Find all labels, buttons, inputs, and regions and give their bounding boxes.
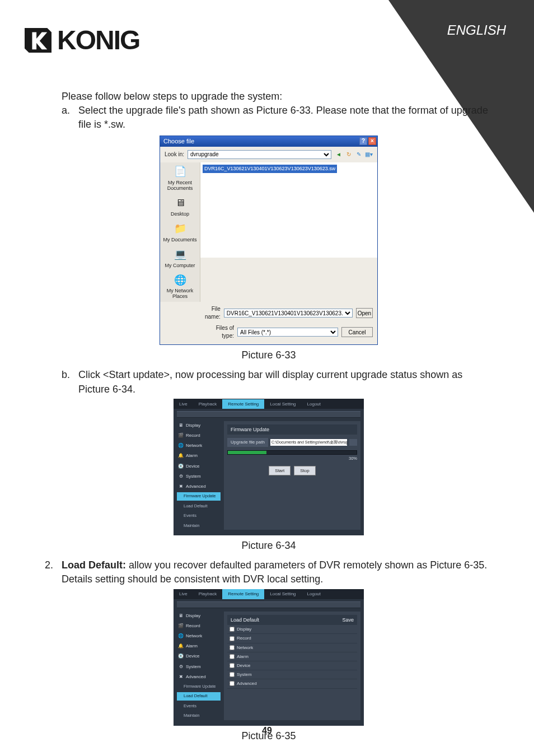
ld-option-device[interactable]: Device: [227, 661, 357, 670]
sidebar-item-alarm[interactable]: 🔔Alarm: [177, 451, 221, 460]
sidebar-sub-maintain-2[interactable]: Maintain: [177, 712, 221, 720]
tab-live-2[interactable]: Live: [174, 589, 193, 599]
tab-playback[interactable]: Playback: [193, 399, 222, 409]
load-default-paragraph: Load Default: allow you recover defaulte…: [62, 558, 493, 586]
open-button[interactable]: Open: [356, 308, 373, 318]
dvr-main-panel: Firmware Update Upgrade file path C:\Doc…: [224, 421, 360, 530]
sidebar-sub-loaddefault-2[interactable]: Load Default: [177, 692, 221, 701]
tab-logout-2[interactable]: Logout: [302, 589, 326, 599]
sidebar-item-device-2[interactable]: 💽Device: [177, 652, 221, 660]
dialog-titlebar: Choose file ? ×: [160, 136, 377, 147]
look-in-select[interactable]: dvrupgrade: [188, 150, 331, 159]
tab-remote-setting-2[interactable]: Remote Setting: [222, 589, 264, 599]
ld-option-record[interactable]: Record: [227, 634, 357, 643]
tab-live[interactable]: Live: [174, 399, 193, 409]
sidebar-item-advanced-2[interactable]: ✖Advanced: [177, 673, 221, 681]
sidebar-item-system[interactable]: ⚙System: [177, 472, 221, 480]
dvr-tabs-2: Live Playback Remote Setting Local Setti…: [174, 589, 364, 599]
sidebar-item-display[interactable]: 🖥Display: [177, 421, 221, 430]
ld-option-system[interactable]: System: [227, 670, 357, 679]
checkbox[interactable]: [229, 636, 235, 641]
tab-local-setting[interactable]: Local Setting: [264, 399, 301, 409]
sidebar-sub-loaddefault[interactable]: Load Default: [177, 502, 221, 511]
checkbox[interactable]: [229, 681, 235, 686]
place-documents[interactable]: 📁My Documents: [162, 222, 198, 243]
sidebar-item-network-2[interactable]: 🌐Network: [177, 632, 221, 640]
progress-percent: 30%: [227, 456, 357, 462]
dvr-strip-2: [177, 601, 360, 608]
file-type-label: Files of type:: [205, 324, 234, 340]
save-button[interactable]: Save: [342, 617, 354, 624]
close-icon[interactable]: ×: [368, 137, 376, 145]
ld-option-display[interactable]: Display: [227, 625, 357, 634]
system-icon: ⚙: [178, 664, 184, 670]
place-network[interactable]: 🌐My Network Places: [162, 273, 198, 300]
sidebar-item-advanced[interactable]: ✖Advanced: [177, 482, 221, 491]
tab-remote-setting[interactable]: Remote Setting: [222, 399, 264, 409]
advanced-icon: ✖: [178, 674, 184, 680]
sidebar-item-alarm-2[interactable]: 🔔Alarm: [177, 642, 221, 650]
tab-logout[interactable]: Logout: [302, 399, 326, 409]
progress-bar: [227, 450, 357, 455]
up-icon[interactable]: ↻: [345, 151, 353, 158]
load-default-label: Load Default:: [62, 559, 126, 571]
alarm-icon: 🔔: [178, 643, 184, 649]
sidebar-item-record[interactable]: 🎬Record: [177, 431, 221, 440]
checkbox[interactable]: [229, 663, 235, 668]
page-content: Please follow below steps to upgrade the…: [45, 90, 493, 749]
place-computer[interactable]: 💻My Computer: [162, 248, 198, 269]
place-recent[interactable]: 📄My Recent Documents: [162, 165, 198, 192]
ld-option-advanced[interactable]: Advanced: [227, 679, 357, 688]
help-icon[interactable]: ?: [359, 137, 367, 145]
file-name-label: File name:: [205, 305, 221, 321]
sidebar-sub-firmware[interactable]: Firmware Update: [177, 492, 221, 501]
sidebar-item-record-2[interactable]: 🎬Record: [177, 622, 221, 630]
loaddefault-panel-title: Load Default Save: [227, 615, 357, 626]
device-icon: 💽: [178, 463, 184, 469]
selected-file[interactable]: DVR16C_V130621V130401V130623V130623V1306…: [203, 165, 337, 173]
checkbox[interactable]: [229, 627, 235, 632]
record-icon: 🎬: [178, 623, 184, 629]
tab-playback-2[interactable]: Playback: [193, 589, 222, 599]
cancel-button[interactable]: Cancel: [341, 327, 373, 337]
tab-local-setting-2[interactable]: Local Setting: [264, 589, 301, 599]
logo-text: KONIG: [57, 25, 139, 55]
sidebar-sub-events-2[interactable]: Events: [177, 702, 221, 711]
dvr-strip: [177, 411, 360, 418]
sidebar-sub-maintain[interactable]: Maintain: [177, 522, 221, 530]
step-a-marker: a.: [62, 104, 78, 132]
caption-6-34: Picture 6-34: [45, 539, 493, 553]
start-button[interactable]: Start: [269, 466, 291, 475]
places-bar: 📄My Recent Documents 🖥Desktop 📁My Docume…: [160, 162, 200, 302]
sidebar-sub-firmware-2[interactable]: Firmware Update: [177, 683, 221, 691]
back-icon[interactable]: ◄: [335, 151, 343, 158]
upgrade-path-label: Upgrade file path: [227, 438, 268, 446]
progress-fill: [228, 451, 266, 454]
place-desktop[interactable]: 🖥Desktop: [162, 196, 198, 217]
checkbox[interactable]: [229, 654, 235, 659]
ld-option-alarm[interactable]: Alarm: [227, 652, 357, 661]
upgrade-path-value[interactable]: C:\Documents and Settings\wndt\桌面\dvrupg…: [270, 439, 347, 446]
sidebar-item-network[interactable]: 🌐Network: [177, 441, 221, 450]
sidebar-item-system-2[interactable]: ⚙System: [177, 662, 221, 671]
file-name-field[interactable]: DVR16C_V130621V130401V130623V130623.: [224, 309, 353, 318]
sidebar-item-device[interactable]: 💽Device: [177, 462, 221, 470]
browse-button[interactable]: [349, 439, 357, 446]
item-2-marker: 2.: [45, 558, 62, 586]
view-menu-icon[interactable]: ▦▾: [365, 151, 373, 158]
ld-option-network[interactable]: Network: [227, 643, 357, 652]
sidebar-item-display-2[interactable]: 🖥Display: [177, 612, 221, 620]
logo-mark-icon: [25, 27, 51, 54]
stop-button[interactable]: Stop: [294, 466, 315, 475]
page-number: 49: [0, 726, 534, 736]
intro-text: Please follow below steps to upgrade the…: [45, 90, 493, 104]
file-list[interactable]: DVR16C_V130621V130401V130623V130623V1306…: [200, 162, 377, 258]
file-type-select[interactable]: All Files (*.*): [237, 328, 338, 337]
system-icon: ⚙: [178, 473, 184, 479]
step-a-text: Select the upgrade file's path shown as …: [78, 104, 493, 132]
network-icon: 🌐: [178, 442, 184, 449]
checkbox[interactable]: [229, 645, 235, 650]
new-folder-icon[interactable]: ✎: [355, 151, 363, 158]
checkbox[interactable]: [229, 672, 235, 677]
sidebar-sub-events[interactable]: Events: [177, 512, 221, 520]
